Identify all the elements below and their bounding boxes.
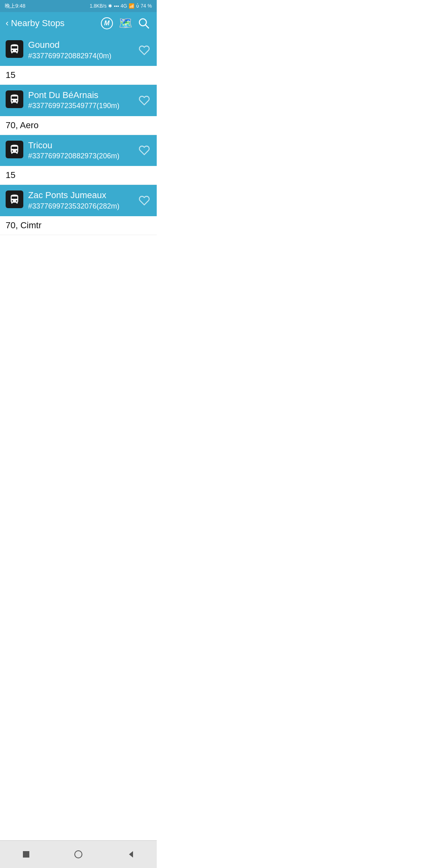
- page-title: Nearby Stops: [11, 18, 64, 29]
- stop-name: Gounod: [28, 39, 133, 51]
- wifi-icon: 📶: [129, 3, 135, 9]
- back-button[interactable]: ‹: [6, 18, 8, 29]
- nav-bar: ‹ Nearby Stops M 🗺️: [0, 12, 157, 35]
- route-label: 70, Aero: [0, 116, 157, 135]
- stop-name: Zac Ponts Jumeaux: [28, 190, 133, 201]
- favorite-button[interactable]: [137, 143, 151, 157]
- transit-button[interactable]: M: [100, 16, 114, 31]
- signal-icon: ▪▪▪: [114, 3, 119, 9]
- heart-icon: [139, 95, 150, 106]
- stop-id: #3377699720882974(0m): [28, 51, 133, 61]
- bus-svg: [9, 144, 20, 155]
- stop-id: #3377699720882973(206m): [28, 151, 133, 161]
- heart-icon: [139, 45, 150, 56]
- stop-id: #3377699723532076(282m): [28, 201, 133, 211]
- route-label: 15: [0, 66, 157, 85]
- stop-name: Tricou: [28, 140, 133, 151]
- bus-icon: [6, 40, 23, 58]
- maps-button[interactable]: 🗺️: [118, 16, 133, 31]
- nav-icons: M 🗺️: [100, 16, 151, 31]
- heart-icon: [139, 195, 150, 206]
- stop-card[interactable]: Gounod #3377699720882974(0m): [0, 35, 157, 66]
- favorite-button[interactable]: [137, 94, 151, 107]
- bus-icon: [6, 141, 23, 158]
- svg-point-0: [139, 19, 147, 26]
- stop-card[interactable]: Tricou #3377699720882973(206m): [0, 135, 157, 166]
- nav-title-group: ‹ Nearby Stops: [6, 18, 65, 29]
- favorite-button[interactable]: [137, 43, 151, 57]
- map-icon: 🗺️: [119, 18, 133, 29]
- bus-svg: [9, 43, 20, 55]
- bus-icon: [6, 90, 23, 108]
- transit-m-icon: M: [101, 17, 113, 29]
- partial-route-label: 70, Cimtr: [0, 216, 157, 235]
- stop-card[interactable]: Pont Du BéArnais #3377699723549777(190m): [0, 85, 157, 116]
- route-label: 15: [0, 166, 157, 185]
- battery-level: 74: [141, 3, 146, 9]
- bus-svg: [9, 94, 20, 105]
- stop-id: #3377699723549777(190m): [28, 101, 133, 111]
- search-button[interactable]: [137, 16, 151, 31]
- network-type: 4G: [121, 3, 127, 9]
- favorite-button[interactable]: [137, 194, 151, 207]
- heart-icon: [139, 145, 150, 156]
- bus-svg: [9, 194, 20, 205]
- status-bar: 晚上9:48 1.8KB/s ✱ ▪▪▪ 4G 📶 ὐ‌ 74 %: [0, 0, 157, 12]
- stop-card[interactable]: Zac Ponts Jumeaux #3377699723532076(282m…: [0, 185, 157, 216]
- bus-icon: [6, 190, 23, 208]
- status-time: 晚上9:48: [5, 2, 25, 10]
- bluetooth-icon: ✱: [108, 3, 112, 9]
- status-speed: 1.8KB/s: [90, 3, 106, 9]
- status-right: 1.8KB/s ✱ ▪▪▪ 4G 📶 ὐ‌ 74 %: [90, 3, 152, 9]
- battery-icon: ὐ‌: [136, 3, 139, 9]
- stop-name: Pont Du BéArnais: [28, 90, 133, 101]
- search-icon: [138, 17, 150, 29]
- svg-line-1: [145, 25, 149, 28]
- stops-list: Gounod #3377699720882974(0m) 15 Pont Du …: [0, 35, 157, 263]
